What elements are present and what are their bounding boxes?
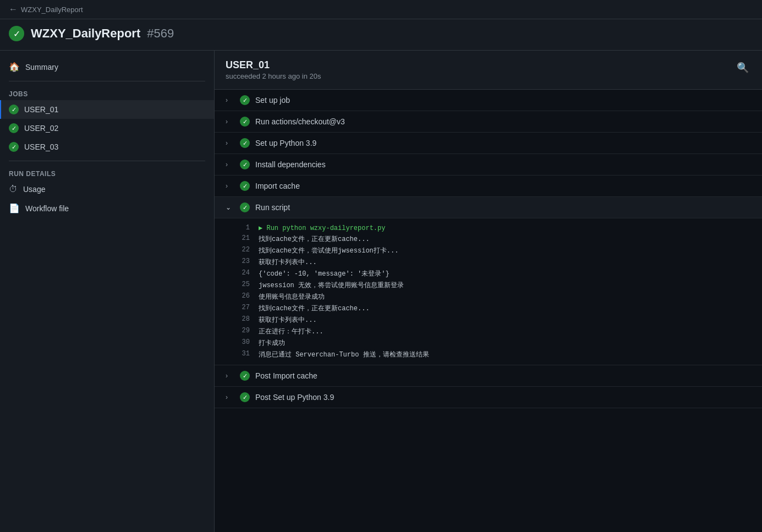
line-num-28: 28 xyxy=(237,315,250,323)
log-line-23[interactable]: 23 获取打卡列表中... xyxy=(215,256,762,268)
line-num-26: 26 xyxy=(237,292,250,300)
step-row-run-actions[interactable]: › ✓ Run actions/checkout@v3 xyxy=(215,111,762,133)
log-text-28: 获取打卡列表中... xyxy=(259,315,317,325)
log-line-28[interactable]: 28 获取打卡列表中... xyxy=(215,314,762,326)
sidebar-item-user01-label: USER_01 xyxy=(24,105,58,114)
step-post-setup-python-status: ✓ xyxy=(240,392,250,402)
step-run-script-label: Run script xyxy=(255,203,290,212)
sidebar-item-usage[interactable]: ⏱ Usage xyxy=(0,180,214,199)
log-text-1: ▶ Run python wzxy-dailyreport.py xyxy=(259,224,385,232)
content-area: 🏠 Summary Jobs ✓ USER_01 ✓ USER_02 ✓ USE… xyxy=(0,51,762,532)
jobs-section-label: Jobs xyxy=(0,86,214,100)
sidebar-item-summary[interactable]: 🏠 Summary xyxy=(0,57,214,76)
line-num-24: 24 xyxy=(237,269,250,277)
step-row-post-import-cache[interactable]: › ✓ Post Import cache xyxy=(215,365,762,387)
log-line-27[interactable]: 27 找到cache文件，正在更新cache... xyxy=(215,303,762,314)
step-run-script-status: ✓ xyxy=(240,202,250,212)
step-import-cache-status: ✓ xyxy=(240,181,250,191)
sidebar-item-user02[interactable]: ✓ USER_02 xyxy=(0,119,214,138)
line-num-22: 22 xyxy=(237,246,250,254)
usage-icon: ⏱ xyxy=(9,184,18,194)
sidebar-item-summary-label: Summary xyxy=(25,63,58,72)
chevron-right-icon-3: › xyxy=(226,139,234,147)
job-title: USER_01 xyxy=(226,59,321,71)
sidebar-divider-2 xyxy=(9,161,205,161)
job-status: succeeded 2 hours ago in 20s xyxy=(226,72,321,80)
chevron-right-icon: › xyxy=(226,96,234,104)
back-link[interactable]: ← WZXY_DailyReport xyxy=(9,4,83,14)
line-num-1: 1 xyxy=(237,224,250,232)
line-num-30: 30 xyxy=(237,338,250,346)
sidebar-item-usage-label: Usage xyxy=(23,185,45,194)
sidebar-item-workflow[interactable]: 📄 Workflow file xyxy=(0,199,214,218)
back-label: WZXY_DailyReport xyxy=(21,6,83,14)
sidebar-item-user03-label: USER_03 xyxy=(24,142,58,151)
log-text-24: {'code': -10, 'message': '未登录'} xyxy=(259,269,390,278)
user03-status-icon: ✓ xyxy=(9,142,19,152)
log-line-30[interactable]: 30 打卡成功 xyxy=(215,337,762,349)
step-row-import-cache[interactable]: › ✓ Import cache xyxy=(215,175,762,197)
log-container: 1 ▶ Run python wzxy-dailyreport.py 21 找到… xyxy=(215,218,762,365)
user02-status-icon: ✓ xyxy=(9,123,19,133)
run-number: #569 xyxy=(147,26,174,41)
top-bar: ← WZXY_DailyReport xyxy=(0,0,762,19)
step-post-import-cache-status: ✓ xyxy=(240,371,250,381)
sidebar-item-user03[interactable]: ✓ USER_03 xyxy=(0,138,214,156)
step-row-setup-job[interactable]: › ✓ Set up job xyxy=(215,90,762,111)
step-setup-python-label: Set up Python 3.9 xyxy=(255,139,316,147)
sidebar-item-user01[interactable]: ✓ USER_01 xyxy=(0,100,214,119)
repo-title: WZXY_DailyReport xyxy=(31,26,140,41)
step-install-deps-status: ✓ xyxy=(240,160,250,169)
workflow-icon: 📄 xyxy=(9,203,20,213)
log-line-26[interactable]: 26 使用账号信息登录成功 xyxy=(215,291,762,303)
step-post-import-cache-label: Post Import cache xyxy=(255,371,317,380)
log-text-27: 找到cache文件，正在更新cache... xyxy=(259,304,370,313)
line-num-23: 23 xyxy=(237,257,250,265)
line-num-27: 27 xyxy=(237,304,250,311)
line-num-21: 21 xyxy=(237,234,250,242)
step-row-run-script[interactable]: ⌄ ✓ Run script xyxy=(215,197,762,218)
user01-status-icon: ✓ xyxy=(9,105,19,114)
log-text-26: 使用账号信息登录成功 xyxy=(259,292,325,301)
step-row-install-deps[interactable]: › ✓ Install dependencies xyxy=(215,154,762,175)
step-post-setup-python-label: Post Set up Python 3.9 xyxy=(255,393,334,402)
step-setup-job-label: Set up job xyxy=(255,96,290,105)
chevron-right-icon-4: › xyxy=(226,161,234,168)
log-text-21: 找到cache文件，正在更新cache... xyxy=(259,234,370,244)
step-setup-python-status: ✓ xyxy=(240,138,250,148)
step-run-actions-status: ✓ xyxy=(240,117,250,127)
log-line-25[interactable]: 25 jwsession 无效，将尝试使用账号信息重新登录 xyxy=(215,279,762,291)
log-line-21[interactable]: 21 找到cache文件，正在更新cache... xyxy=(215,233,762,245)
log-line-22[interactable]: 22 找到cache文件，尝试使用jwsession打卡... xyxy=(215,245,762,256)
log-text-22: 找到cache文件，尝试使用jwsession打卡... xyxy=(259,246,398,255)
step-import-cache-label: Import cache xyxy=(255,182,300,190)
log-text-31: 消息已通过 Serverchan-Turbo 推送，请检查推送结果 xyxy=(259,350,429,359)
step-row-post-setup-python[interactable]: › ✓ Post Set up Python 3.9 xyxy=(215,387,762,408)
log-text-23: 获取打卡列表中... xyxy=(259,257,317,267)
run-status-icon: ✓ xyxy=(9,26,24,41)
chevron-right-icon-2: › xyxy=(226,118,234,125)
home-icon: 🏠 xyxy=(9,62,20,72)
log-text-30: 打卡成功 xyxy=(259,338,285,348)
step-run-actions-label: Run actions/checkout@v3 xyxy=(255,117,345,126)
log-line-24[interactable]: 24 {'code': -10, 'message': '未登录'} xyxy=(215,268,762,279)
chevron-down-icon: ⌄ xyxy=(226,204,234,211)
line-num-25: 25 xyxy=(237,281,250,288)
line-num-29: 29 xyxy=(237,327,250,334)
step-setup-job-status: ✓ xyxy=(240,95,250,105)
step-install-deps-label: Install dependencies xyxy=(255,160,326,169)
log-line-1[interactable]: 1 ▶ Run python wzxy-dailyreport.py xyxy=(215,223,762,233)
back-arrow-icon: ← xyxy=(9,4,18,14)
log-text-25: jwsession 无效，将尝试使用账号信息重新登录 xyxy=(259,281,404,290)
run-details-section-label: Run details xyxy=(0,166,214,180)
search-button[interactable]: 🔍 xyxy=(734,59,751,76)
job-header: USER_01 succeeded 2 hours ago in 20s 🔍 xyxy=(215,51,762,90)
step-row-setup-python[interactable]: › ✓ Set up Python 3.9 xyxy=(215,133,762,154)
sidebar: 🏠 Summary Jobs ✓ USER_01 ✓ USER_02 ✓ USE… xyxy=(0,51,215,532)
log-output: 1 ▶ Run python wzxy-dailyreport.py 21 找到… xyxy=(215,218,762,365)
log-text-29: 正在进行：午打卡... xyxy=(259,327,324,336)
line-num-31: 31 xyxy=(237,350,250,358)
log-line-31[interactable]: 31 消息已通过 Serverchan-Turbo 推送，请检查推送结果 xyxy=(215,349,762,360)
main-header: ✓ WZXY_DailyReport #569 xyxy=(0,19,762,51)
log-line-29[interactable]: 29 正在进行：午打卡... xyxy=(215,326,762,337)
